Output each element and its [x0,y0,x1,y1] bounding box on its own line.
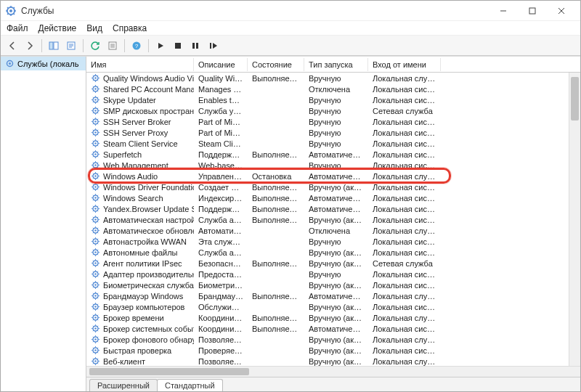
svg-point-38 [94,197,97,199]
service-gear-icon [91,248,100,257]
svg-point-22 [94,110,97,112]
column-header-status[interactable]: Состояние [248,58,304,71]
service-row[interactable]: Браузер компьютеровОбслужив…Вручную (ак…… [86,301,580,312]
back-button[interactable] [5,38,20,53]
service-row[interactable]: Брокер системных событийКоордини…Выполня… [86,323,580,334]
console-tree[interactable]: Службы (локаль [1,57,86,391]
column-header-logon[interactable]: Вход от имени [368,58,441,71]
refresh-button[interactable] [88,38,102,53]
pause-service-button[interactable] [188,38,203,53]
service-status: Выполняется [248,183,304,192]
service-row[interactable]: Shared PC Account ManagerManages p…Отклю… [86,83,580,94]
export-button[interactable] [105,38,120,53]
service-description: Предостав… [194,270,248,279]
stop-service-button[interactable] [171,38,185,53]
scrollbar-thumb[interactable] [571,77,579,121]
service-status: Выполняется [248,74,304,83]
service-row[interactable]: Windows Driver Foundation…Создает п…Выпо… [86,181,580,192]
service-logon: Локальная сис… [368,139,441,148]
service-row[interactable]: Брандмауэр WindowsБрандмау…ВыполняетсяАв… [86,290,580,301]
service-description: Позволяет… [194,335,248,344]
service-name: Windows Audio [103,172,158,181]
menu-action[interactable]: Действие [38,23,77,33]
maximize-button[interactable] [518,2,547,20]
forward-button[interactable] [23,38,37,53]
menu-view[interactable]: Вид [86,23,102,33]
titlebar[interactable]: Службы [1,1,580,21]
service-gear-icon [91,237,100,246]
help-button[interactable]: ? [129,38,144,53]
service-row[interactable]: Web ManagementWeb-base…ВручнуюЛокальная … [86,160,580,171]
service-row[interactable]: Yandex.Browser Update Ser…Поддержи…Выпол… [86,203,580,214]
menu-file[interactable]: Файл [7,23,28,33]
close-button[interactable] [547,2,576,20]
service-logon: Локальная сис… [368,128,441,137]
service-gear-icon [91,84,100,94]
svg-point-48 [94,251,97,253]
service-description: Проверяет… [194,346,248,355]
service-row[interactable]: Steam Client ServiceSteam Clie…ВручнуюЛо… [86,138,580,149]
service-gear-icon [91,226,100,235]
service-row[interactable]: Автоматическая настройка…Служба ав…Выпол… [86,214,580,225]
svg-point-60 [94,317,97,319]
service-row[interactable]: Агент политики IPsecБезопасно…Выполняетс… [86,258,580,269]
svg-point-54 [94,284,97,286]
service-row[interactable]: Брокер фонового обнару…Позволяет…Вручную… [86,334,580,345]
service-startup: Вручную [304,96,368,105]
service-startup: Вручную [304,139,368,148]
service-row[interactable]: Skype UpdaterEnables th…ВручнуюЛокальная… [86,94,580,105]
minimize-button[interactable] [489,2,518,20]
service-row[interactable]: Биометрическая служба W…Биометри…Вручную… [86,279,580,290]
service-row[interactable]: SMP дисковых пространств…Служба уз…Вручн… [86,105,580,116]
service-startup: Вручную (ак… [304,248,368,257]
column-header-startup[interactable]: Тип запуска [304,58,368,71]
service-gear-icon [91,313,100,322]
service-row[interactable]: Быстрая проверкаПроверяет…Вручную (ак…Ло… [86,345,580,356]
service-row[interactable]: Брокер времениКоордини…ВыполняетсяВручну… [86,312,580,323]
service-name: Quality Windows Audio Vid… [103,74,194,83]
service-row[interactable]: Автономные файлыСлужба ав…Вручную (ак…Ло… [86,247,580,258]
tree-node-services[interactable]: Службы (локаль [1,57,86,70]
column-headers: Имя Описание Состояние Тип запуска Вход … [86,57,580,73]
service-startup: Вручную (ак… [304,314,368,322]
service-row[interactable]: SSH Server BrokerPart of Mic…ВручнуюЛока… [86,116,580,127]
service-gear-icon [91,324,100,333]
tab-standard[interactable]: Стандартный [157,379,223,391]
service-row[interactable]: Автонастройка WWANЭта служб…ВручнуюЛокал… [86,236,580,247]
service-logon: Локальная сис… [368,281,441,290]
service-row[interactable]: SuperfetchПоддержи…ВыполняетсяАвтоматиче… [86,149,580,160]
service-name: Агент политики IPsec [103,259,182,268]
scrollbar-thumb[interactable] [89,368,249,375]
column-header-description[interactable]: Описание [194,58,248,71]
service-description: Обслужив… [194,303,248,311]
service-startup: Автоматиче… [304,172,368,181]
service-name: Адаптер производительнос… [103,270,194,279]
service-row[interactable]: Автоматическое обновлен…Автомати…Отключе… [86,225,580,236]
menu-help[interactable]: Справка [113,23,147,33]
service-gear-icon [91,258,100,268]
tab-extended[interactable]: Расширенный [89,379,158,391]
service-description: Служба ав… [194,248,248,257]
services-node-icon [5,59,15,68]
service-gear-icon [91,117,100,126]
service-row[interactable]: SSH Server ProxyPart of Mic…ВручнуюЛокал… [86,127,580,138]
service-row[interactable]: Quality Windows Audio Vid…Quality Wi…Вып… [86,73,580,83]
service-name: SSH Server Broker [103,118,171,126]
service-name: Windows Driver Foundation… [103,183,194,192]
toolbar-separator [41,39,42,52]
service-row[interactable]: Windows AudioУправлен…ОстановкаАвтоматич… [86,171,580,181]
properties-button[interactable] [64,38,78,53]
service-row[interactable]: Адаптер производительнос…Предостав…Вручн… [86,269,580,279]
show-hide-tree-button[interactable] [46,38,61,53]
service-row[interactable]: Windows SearchИндексиро…ВыполняетсяАвтом… [86,192,580,203]
service-logon: Локальная сис… [368,324,441,333]
column-header-name[interactable]: Имя [86,58,194,71]
content-area: Службы (локаль Имя Описание Состояние Ти… [1,56,580,391]
services-rows[interactable]: Quality Windows Audio Vid…Quality Wi…Вып… [86,73,580,366]
vertical-scrollbar[interactable] [569,73,580,366]
svg-point-18 [94,88,97,90]
service-row[interactable]: Веб-клиентПозволяет…Вручную (ак…Локальна… [86,356,580,366]
horizontal-scrollbar[interactable] [86,366,580,377]
restart-service-button[interactable] [206,38,220,53]
start-service-button[interactable] [153,38,168,53]
